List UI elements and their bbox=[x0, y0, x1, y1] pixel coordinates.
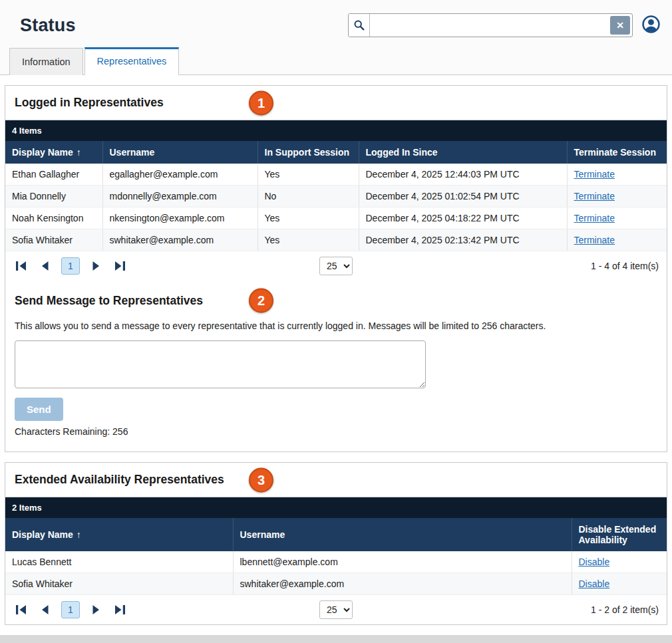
display-name-cell: Mia Donnelly bbox=[5, 186, 102, 207]
clear-icon: ✕ bbox=[616, 20, 624, 31]
column-username[interactable]: Username bbox=[233, 518, 572, 551]
search-bar: ✕ bbox=[348, 13, 633, 37]
terminate-link[interactable]: Terminate bbox=[574, 213, 615, 223]
logged-in-since-cell: December 4, 2025 04:18:22 PM UTC bbox=[359, 207, 567, 229]
username-cell: lbennett@example.com bbox=[233, 551, 572, 573]
profile-button[interactable] bbox=[642, 15, 660, 35]
page-size-select[interactable]: 25 bbox=[319, 257, 353, 275]
message-textarea[interactable] bbox=[15, 340, 426, 388]
table-row: Sofia Whitaker swhitaker@example.com Dis… bbox=[5, 573, 667, 595]
previous-page-button[interactable] bbox=[37, 258, 53, 274]
logged-in-table: Display Name↑ Username In Support Sessio… bbox=[5, 141, 667, 251]
display-name-cell: Ethan Gallagher bbox=[5, 164, 102, 186]
page-size-select[interactable]: 25 bbox=[319, 600, 353, 619]
table-row: Mia Donnelly mdonnelly@example.com No De… bbox=[5, 186, 667, 207]
logged-in-pagination: 1 25 1 - 4 of 4 item(s) bbox=[5, 251, 667, 281]
send-message-header: Send Message to Representatives 2 bbox=[15, 283, 657, 318]
extended-header: Extended Availability Representatives 3 bbox=[5, 463, 667, 497]
in-session-cell: Yes bbox=[257, 164, 359, 186]
send-message-description: This allows you to send a message to eve… bbox=[15, 321, 657, 331]
top-bar: Status ✕ bbox=[0, 0, 672, 47]
display-name-cell: Noah Kensington bbox=[5, 207, 102, 229]
disable-link[interactable]: Disable bbox=[579, 579, 610, 589]
logged-in-header-row: Display Name↑ Username In Support Sessio… bbox=[5, 141, 667, 164]
first-page-button[interactable] bbox=[13, 602, 29, 618]
next-page-button[interactable] bbox=[88, 258, 104, 274]
search-input[interactable] bbox=[370, 14, 608, 37]
page-number[interactable]: 1 bbox=[61, 257, 80, 275]
previous-page-button[interactable] bbox=[37, 602, 53, 618]
logged-in-since-cell: December 4, 2025 02:13:42 PM UTC bbox=[359, 229, 567, 251]
characters-remaining: Characters Remaining: 256 bbox=[15, 426, 657, 437]
username-cell: nkensington@example.com bbox=[102, 207, 257, 229]
extended-table: Display Name↑ Username Disable Extended … bbox=[5, 518, 667, 595]
column-username[interactable]: Username bbox=[102, 141, 257, 164]
logged-in-since-cell: December 4, 2025 12:44:03 PM UTC bbox=[359, 164, 567, 186]
search-icon bbox=[349, 14, 370, 37]
username-cell: swhitaker@example.com bbox=[233, 573, 572, 595]
table-row: Sofia Whitaker swhitaker@example.com Yes… bbox=[5, 229, 667, 251]
extended-pagination: 1 25 1 - 2 of 2 item(s) bbox=[5, 595, 667, 624]
user-avatar-icon bbox=[642, 15, 660, 35]
column-terminate-session: Terminate Session bbox=[567, 141, 667, 164]
display-name-cell: Sofia Whitaker bbox=[5, 229, 102, 251]
extended-header-row: Display Name↑ Username Disable Extended … bbox=[5, 518, 667, 551]
send-button[interactable]: Send bbox=[15, 398, 63, 421]
display-name-cell: Lucas Bennett bbox=[5, 551, 233, 573]
column-logged-in-since[interactable]: Logged In Since bbox=[359, 141, 567, 164]
next-page-button[interactable] bbox=[88, 602, 104, 618]
table-row: Noah Kensington nkensington@example.com … bbox=[5, 207, 667, 229]
username-cell: egallagher@example.com bbox=[102, 164, 257, 186]
in-session-cell: Yes bbox=[257, 207, 359, 229]
first-page-button[interactable] bbox=[13, 258, 29, 274]
tab-bar: Information Representatives bbox=[0, 47, 672, 75]
terminate-link[interactable]: Terminate bbox=[574, 191, 615, 201]
search-clear-button[interactable]: ✕ bbox=[610, 16, 630, 35]
terminate-link[interactable]: Terminate bbox=[574, 235, 615, 245]
display-name-cell: Sofia Whitaker bbox=[5, 573, 233, 595]
send-message-section: Send Message to Representatives 2 This a… bbox=[5, 281, 667, 451]
last-page-button[interactable] bbox=[112, 602, 128, 618]
column-in-support-session[interactable]: In Support Session bbox=[257, 141, 359, 164]
send-message-title: Send Message to Representatives bbox=[15, 294, 203, 308]
logged-in-panel: Logged in Representatives 1 4 Items Disp… bbox=[5, 85, 667, 452]
page-title: Status bbox=[20, 15, 76, 36]
logged-in-title: Logged in Representatives bbox=[15, 96, 164, 110]
logged-in-since-cell: December 4, 2025 01:02:54 PM UTC bbox=[359, 186, 567, 207]
in-session-cell: Yes bbox=[257, 229, 359, 251]
table-row: Lucas Bennett lbennett@example.com Disab… bbox=[5, 551, 667, 573]
tab-representatives[interactable]: Representatives bbox=[84, 47, 180, 75]
sort-asc-icon: ↑ bbox=[77, 529, 81, 540]
table-row: Ethan Gallagher egallagher@example.com Y… bbox=[5, 164, 667, 186]
page-number[interactable]: 1 bbox=[61, 601, 80, 618]
extended-availability-panel: Extended Availability Representatives 3 … bbox=[5, 462, 667, 625]
pagination-summary: 1 - 4 of 4 item(s) bbox=[591, 261, 659, 271]
step-badge-3: 3 bbox=[249, 467, 273, 492]
username-cell: swhitaker@example.com bbox=[102, 229, 257, 251]
step-badge-1: 1 bbox=[249, 90, 273, 115]
logged-in-items-count: 4 Items bbox=[5, 120, 667, 141]
column-disable-extended-availability: Disable Extended Availability bbox=[572, 518, 667, 551]
last-page-button[interactable] bbox=[112, 258, 128, 274]
column-display-name[interactable]: Display Name↑ bbox=[5, 141, 102, 164]
username-cell: mdonnelly@example.com bbox=[102, 186, 257, 207]
terminate-link[interactable]: Terminate bbox=[574, 169, 615, 180]
sort-asc-icon: ↑ bbox=[77, 147, 81, 158]
logged-in-header: Logged in Representatives 1 bbox=[5, 86, 667, 120]
disable-link[interactable]: Disable bbox=[579, 557, 610, 567]
footer-strip bbox=[0, 635, 672, 643]
in-session-cell: No bbox=[257, 186, 359, 207]
extended-items-count: 2 Items bbox=[5, 497, 667, 518]
tab-information[interactable]: Information bbox=[9, 48, 83, 75]
column-display-name[interactable]: Display Name↑ bbox=[5, 518, 233, 551]
extended-title: Extended Availability Representatives bbox=[15, 473, 224, 487]
step-badge-2: 2 bbox=[249, 289, 273, 313]
pagination-summary: 1 - 2 of 2 item(s) bbox=[591, 604, 659, 615]
